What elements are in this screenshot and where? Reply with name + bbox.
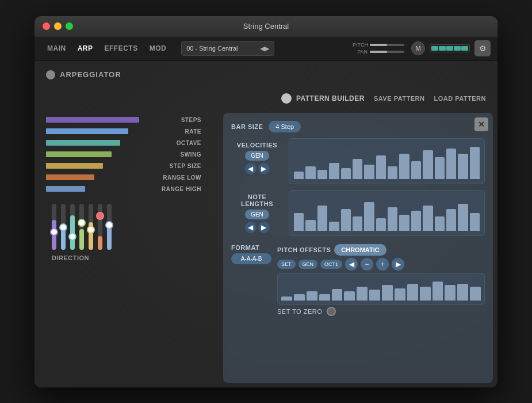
velocity-bar[interactable] [364, 165, 374, 179]
velocity-bar[interactable] [458, 154, 468, 178]
pitch-bar[interactable] [307, 291, 317, 301]
v-slider-thumb-5[interactable] [96, 212, 104, 220]
tab-main[interactable]: MAIN [41, 41, 72, 56]
pattern-toggle-circle[interactable] [281, 93, 292, 104]
note-lengths-gen-button[interactable]: GEN [245, 210, 269, 219]
velocities-prev[interactable]: ◀ [245, 163, 257, 174]
note-length-bar[interactable] [411, 211, 421, 230]
v-slider-track-4[interactable] [89, 204, 93, 250]
velocity-bar[interactable] [446, 149, 456, 179]
pitch-offsets-chart[interactable] [277, 273, 485, 305]
bar-size-button[interactable]: 4 Step [269, 121, 301, 132]
m-button[interactable]: M [411, 41, 425, 55]
note-length-bar[interactable] [435, 216, 445, 231]
note-length-bar[interactable] [458, 204, 468, 231]
arpeggiator-toggle[interactable] [46, 70, 55, 79]
note-length-bar[interactable] [470, 213, 480, 231]
pitch-next-button[interactable]: ▶ [392, 258, 404, 271]
velocity-bar[interactable] [329, 163, 339, 179]
note-length-bar[interactable] [294, 213, 304, 231]
gen-button[interactable]: GEN [298, 260, 318, 269]
v-slider-thumb-0[interactable] [50, 228, 58, 236]
v-slider-track-3[interactable] [79, 204, 84, 250]
oct1-button[interactable]: OCT1 [320, 260, 342, 269]
close-panel-button[interactable]: ✕ [474, 117, 488, 131]
note-lengths-prev[interactable]: ◀ [245, 222, 257, 233]
pitch-bar[interactable] [457, 284, 468, 301]
velocity-bar[interactable] [423, 150, 433, 179]
preset-selector[interactable]: 00 - String Central ◀▶ [181, 41, 274, 56]
pitch-bar[interactable] [445, 285, 456, 300]
velocity-bar[interactable] [411, 161, 421, 179]
v-slider-1[interactable] [61, 204, 66, 250]
velocity-bar[interactable] [341, 168, 351, 179]
note-length-bar[interactable] [399, 215, 409, 231]
v-slider-2[interactable] [70, 204, 75, 250]
param-bar[interactable] [46, 174, 94, 180]
v-slider-track-1[interactable] [61, 204, 66, 250]
pitch-bar[interactable] [433, 282, 443, 301]
close-button[interactable] [43, 22, 50, 30]
note-length-bar[interactable] [446, 209, 456, 230]
velocity-bar[interactable] [470, 147, 480, 179]
tab-mod[interactable]: MOD [144, 41, 173, 56]
note-length-bar[interactable] [364, 202, 374, 231]
v-slider-6[interactable] [107, 204, 112, 250]
note-length-bar[interactable] [317, 206, 327, 230]
pitch-bar[interactable] [281, 296, 292, 301]
velocity-bar[interactable] [294, 172, 304, 178]
pitch-bar[interactable] [344, 291, 355, 301]
v-slider-thumb-1[interactable] [59, 223, 67, 231]
note-length-bar[interactable] [305, 220, 315, 231]
velocity-bar[interactable] [399, 154, 409, 178]
note-length-bar[interactable] [376, 218, 386, 231]
v-slider-thumb-6[interactable] [105, 221, 113, 229]
v-slider-track-2[interactable] [70, 204, 75, 250]
velocity-bar[interactable] [376, 155, 386, 178]
load-pattern-button[interactable]: LOAD PATTERN [434, 95, 486, 102]
velocity-bar[interactable] [435, 157, 445, 178]
v-slider-thumb-4[interactable] [87, 226, 95, 234]
pitch-bar[interactable] [420, 287, 431, 301]
pitch-plus-button[interactable]: + [376, 258, 389, 271]
velocities-next[interactable]: ▶ [258, 163, 270, 174]
param-bar[interactable] [46, 128, 128, 134]
v-slider-5[interactable] [98, 204, 102, 250]
preset-arrows[interactable]: ◀▶ [260, 45, 269, 52]
v-slider-thumb-2[interactable] [68, 233, 76, 241]
pitch-bar[interactable] [382, 285, 393, 300]
param-bar[interactable] [46, 151, 112, 157]
settings-button[interactable]: ⚙ [474, 40, 491, 56]
chromatic-button[interactable]: CHROMATIC [334, 244, 386, 256]
velocity-bar[interactable] [388, 166, 397, 179]
v-slider-4[interactable] [89, 204, 93, 250]
note-length-bar[interactable] [329, 222, 339, 231]
pitch-bar[interactable] [357, 287, 368, 301]
pan-slider[interactable] [370, 51, 404, 53]
v-slider-0[interactable] [52, 204, 56, 250]
pitch-bar[interactable] [319, 294, 330, 300]
note-length-bar[interactable] [388, 207, 397, 230]
pitch-minus-button[interactable]: − [361, 258, 373, 271]
param-bar[interactable] [46, 117, 139, 123]
note-length-bar[interactable] [341, 209, 351, 230]
set-to-zero-toggle[interactable] [327, 307, 336, 316]
pitch-bar[interactable] [407, 284, 418, 301]
format-button[interactable]: A-A-A-B [231, 253, 271, 264]
pitch-prev-button[interactable]: ◀ [345, 258, 358, 271]
maximize-button[interactable] [66, 22, 73, 30]
pitch-bar[interactable] [470, 287, 481, 301]
velocity-bar[interactable] [317, 170, 327, 179]
pitch-bar[interactable] [294, 294, 305, 300]
velocities-gen-button[interactable]: GEN [245, 151, 269, 161]
param-bar[interactable] [46, 163, 103, 169]
v-slider-track-6[interactable] [107, 204, 112, 250]
param-bar[interactable] [46, 186, 85, 192]
minimize-button[interactable] [54, 22, 62, 30]
v-slider-thumb-3[interactable] [78, 219, 86, 227]
tab-effects[interactable]: EFFECTS [99, 41, 144, 56]
save-pattern-button[interactable]: SAVE PATTERN [374, 95, 425, 102]
velocities-chart[interactable] [289, 138, 485, 184]
tab-arp[interactable]: ARP [72, 41, 99, 56]
pitch-slider[interactable] [370, 44, 404, 46]
